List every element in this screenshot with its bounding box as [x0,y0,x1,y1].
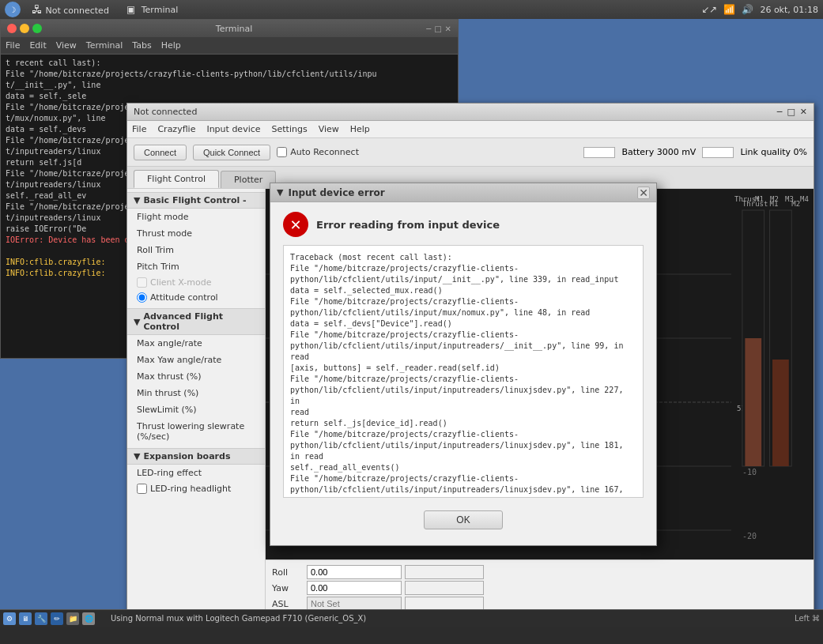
auto-reconnect-checkbox[interactable] [277,147,287,157]
quick-connect-button[interactable]: Quick Connect [193,145,270,160]
taskbar-not-connected[interactable]: 🖧 Not connected [25,2,115,17]
traceback-line: self._read_all_events() [290,462,636,473]
os-logo[interactable]: ☽ [5,2,21,17]
expansion-header: ▼ Expansion boards [127,448,265,465]
traceback-line: data = self._devs["Device"].read() [290,318,636,330]
minimize-dot[interactable] [20,24,29,33]
modal-body: ✕ Error reading from input device Traceb… [270,202,656,545]
traceback-line: python/lib/cfclient/utils/input/mux/nomu… [290,307,636,318]
app-menu-input[interactable]: Input device [206,124,260,134]
traceback-line: python/lib/cfclient/utils/input/inputrea… [290,484,636,498]
traceback-line: File "/home/bitcraze/projects/crazyflie-… [290,374,636,385]
modal-traceback[interactable]: Traceback (most recent call last): File … [283,245,644,498]
led-ring-headlight-checkbox[interactable] [137,484,147,494]
pitch-trim-item[interactable]: Pitch Trim [127,258,265,275]
traceback-line: [axis, buttons] = self._reader.read(self… [290,363,636,374]
tab-flight-control[interactable]: Flight Control [134,170,219,188]
system-taskbar: ☽ 🖧 Not connected ▣ Terminal ↙↗ 📶 🔊 26 o… [0,0,823,19]
app-toolbar: Connect Quick Connect Auto Reconnect Bat… [127,138,814,167]
thrust-column-labels: Thrust M1 M2 M3 M4 [734,195,814,203]
attitude-control-item[interactable]: Attitude control [127,290,265,305]
terminal-menu-tabs[interactable]: Tabs [132,40,151,51]
app-maximize-icon[interactable]: □ [787,107,795,117]
traceback-line: File "/home/bitcraze/projects/crazyflie-… [290,429,636,440]
taskbar-system-icons: ⚙ 🖥 🔧 ✏ 📁 🌐 [3,612,95,625]
terminal-window-dots [7,24,42,33]
close-icon[interactable]: ✕ [445,24,451,33]
maximize-dot[interactable] [32,24,42,33]
error-icon: ✕ [283,212,308,237]
auto-reconnect-label[interactable]: Auto Reconnect [277,147,359,157]
modal-close-button[interactable]: ✕ [637,186,650,199]
app-menu-settings[interactable]: Settings [272,124,308,134]
traceback-line: File "/home/bitcraze/projects/crazyflie-… [290,296,636,307]
terminal-menubar: File Edit View Terminal Tabs Help [1,37,458,55]
roll-extra [405,565,484,579]
thrust-lowering-item[interactable]: Thrust lowering slewrate (%/sec) [127,418,265,445]
taskbar-icon-5[interactable]: 📁 [66,612,79,625]
max-angle-item[interactable]: Max angle/rate [127,335,265,352]
app-menu-help[interactable]: Help [350,124,370,134]
minimize-icon[interactable]: ─ [426,24,431,33]
led-ring-effect-item[interactable]: LED-ring effect [127,465,265,481]
client-xmode-item[interactable]: Client X-mode [127,275,265,290]
close-dot[interactable] [7,24,17,33]
traceback-line: python/lib/cfclient/utils/input/__init__… [290,274,636,285]
maximize-icon[interactable]: □ [434,24,441,33]
connect-button[interactable]: Connect [134,145,187,160]
traceback-header: Traceback (most recent call last): [290,252,636,263]
svg-text:-20: -20 [742,532,757,540]
yaw-input[interactable] [307,581,402,595]
roll-trim-item[interactable]: Roll Trim [127,242,265,258]
min-thrust-item[interactable]: Min thrust (%) [127,385,265,401]
terminal-menu-file[interactable]: File [6,40,20,51]
svg-rect-14 [772,360,789,466]
app-menu-crazyflie[interactable]: Crazyflie [157,124,195,134]
m1-label: M1 [755,195,768,203]
datetime: 26 okt, 01:18 [760,5,818,15]
taskbar-icon-6[interactable]: 🌐 [82,612,95,625]
modal-title-icon: ▼ [277,187,283,198]
ok-button[interactable]: OK [424,510,502,529]
error-dialog: ▼ Input device error ✕ ✕ Error reading f… [270,183,657,546]
link-quality-bar [702,147,734,158]
attitude-control-radio[interactable] [137,292,147,303]
m4-label: M4 [800,195,814,203]
app-title: Not connected [134,107,197,117]
roll-input[interactable] [307,565,402,579]
taskbar-icon-3[interactable]: 🔧 [35,612,47,625]
battery-bar [583,147,615,158]
desktop: 🏠 Home 🦊 Firefox Web Browser 📄 README.tx… [0,0,823,627]
traceback-line: return self._js[device_id].read() [290,418,636,429]
terminal-line: data = self._sele [6,91,453,102]
thrust-mode-item[interactable]: Thrust mode [127,225,265,242]
modal-error-title: Error reading from input device [316,219,500,231]
taskbar-icon-1[interactable]: ⚙ [3,612,16,625]
modal-header-row: ✕ Error reading from input device [283,212,644,237]
taskbar-icon-2[interactable]: 🖥 [19,612,32,625]
app-menu-file[interactable]: File [132,124,146,134]
taskbar-terminal[interactable]: ▣ Terminal [120,2,184,17]
expansion-arrow: ▼ [134,451,140,461]
traceback-line: data = self._selected_mux.read() [290,285,636,296]
terminal-menu-terminal[interactable]: Terminal [86,40,123,51]
app-close-icon[interactable]: ✕ [800,107,807,117]
app-minimize-icon[interactable]: ─ [777,107,783,117]
asl-label: ASL [272,599,304,609]
taskbar-icon-4[interactable]: ✏ [51,612,63,625]
max-yaw-item[interactable]: Max Yaw angle/rate [127,352,265,368]
network-icon1: ↙↗ [701,4,717,15]
terminal-menu-edit[interactable]: Edit [29,40,46,51]
max-thrust-item[interactable]: Max thrust (%) [127,368,265,385]
main-app-window: Not connected ─ □ ✕ File Crazyflie Input… [126,103,814,616]
slew-limit-item[interactable]: SlewLimit (%) [127,401,265,418]
roll-label: Roll [272,567,304,578]
flight-mode-item[interactable]: Flight mode [127,209,265,225]
tab-plotter[interactable]: Plotter [221,171,276,188]
app-menu-view[interactable]: View [319,124,339,134]
terminal-line: File "/home/bitcraze/projects/crazyflie-… [6,69,453,80]
network-icon2: 📶 [723,4,735,15]
led-ring-headlight-item[interactable]: LED-ring headlight [127,481,265,496]
terminal-menu-help[interactable]: Help [161,40,181,51]
terminal-menu-view[interactable]: View [56,40,77,51]
